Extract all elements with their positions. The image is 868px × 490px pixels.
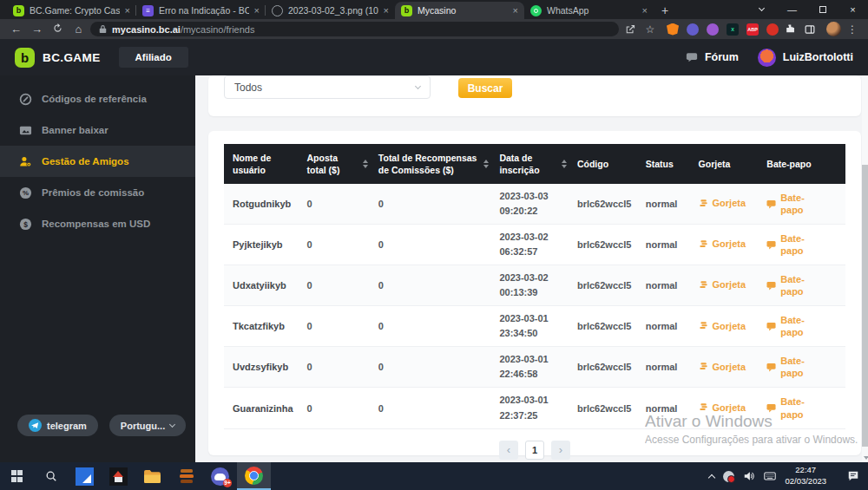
taskbar-clock[interactable]: 22:47 02/03/2023 xyxy=(785,465,826,487)
chat-label: Bate-papo xyxy=(780,314,810,339)
browser-tab-forum[interactable]: ≡ Erro na Indicação - BC.Game × xyxy=(136,2,266,19)
username-cell: Uvdzsyfikyb xyxy=(224,347,302,388)
share-icon[interactable] xyxy=(621,24,639,35)
tab-close-icon[interactable]: × xyxy=(254,5,260,16)
column-header[interactable]: Data de inscrição xyxy=(494,144,572,184)
search-icon xyxy=(45,470,57,482)
username-cell: Guaranizinha xyxy=(224,388,302,428)
user-avatar[interactable] xyxy=(758,49,776,67)
start-button[interactable] xyxy=(0,462,34,490)
taskbar-search-button[interactable] xyxy=(34,462,68,490)
tab-title: 2023-03-02_3.png (1024×76 xyxy=(288,5,378,16)
bet-total-cell: 0 xyxy=(302,306,373,347)
chat-cell: Bate-papo xyxy=(761,184,845,225)
address-bar[interactable]: mycasino.bc.ai/mycasino/friends xyxy=(90,22,619,36)
extension-blue-icon[interactable] xyxy=(687,23,699,36)
sidebar-item-banner-baixar[interactable]: Banner baixar xyxy=(0,114,195,146)
prev-page-button[interactable]: ‹ xyxy=(499,441,518,460)
adblock-icon[interactable]: ABP xyxy=(746,23,759,36)
chat-link[interactable]: Bate-papo xyxy=(766,355,810,380)
taskbar-app-blue[interactable] xyxy=(68,462,102,490)
taskbar-file-explorer[interactable] xyxy=(135,462,169,490)
chat-link[interactable]: Bate-papo xyxy=(766,273,810,298)
home-icon[interactable]: ⌂ xyxy=(69,23,88,36)
sort-icon[interactable] xyxy=(363,160,368,168)
taskbar-app-games[interactable]: 9+ xyxy=(203,462,237,490)
puzzle-extensions-icon[interactable] xyxy=(781,23,799,35)
keyboard-icon[interactable] xyxy=(764,470,776,482)
sort-icon[interactable] xyxy=(562,160,567,168)
current-page-button[interactable]: 1 xyxy=(525,441,544,460)
sidebar-item-codigos-referencia[interactable]: Códigos de referência xyxy=(0,83,195,114)
friends-table: Nome de usuárioAposta total ($)Total de … xyxy=(224,144,845,429)
taskbar-chrome-active[interactable] xyxy=(237,462,271,490)
next-page-button[interactable]: › xyxy=(551,441,570,460)
tray-app-icon[interactable] xyxy=(723,471,734,482)
volume-icon[interactable] xyxy=(743,470,755,482)
minimize-button[interactable]: — xyxy=(777,0,807,19)
extension-red-icon[interactable] xyxy=(766,23,779,36)
column-header-label: Data de inscrição xyxy=(499,152,556,176)
metamask-icon[interactable] xyxy=(667,23,679,36)
column-header[interactable]: Total de Recompensas de Comissões ($) xyxy=(373,144,495,184)
tip-link[interactable]: Gorjeta xyxy=(699,238,746,249)
sidebar-item-recompensas-usd[interactable]: $ Recompensas em USD xyxy=(0,208,195,239)
browser-menu-icon[interactable]: ⋮ xyxy=(844,23,861,36)
tab-close-icon[interactable]: × xyxy=(125,5,130,16)
main-content: Todos Buscar Nome de usuárioAposta total… xyxy=(195,75,868,462)
chat-link[interactable]: Bate-papo xyxy=(766,232,810,258)
tip-link[interactable]: Gorjeta xyxy=(699,402,746,413)
browser-profile-avatar[interactable] xyxy=(826,22,841,36)
telegram-icon xyxy=(29,419,42,432)
taskbar-app-layers[interactable] xyxy=(169,462,203,490)
sort-icon[interactable] xyxy=(483,160,489,168)
search-button[interactable]: Buscar xyxy=(458,78,512,98)
afiliado-nav-button[interactable]: Afiliado xyxy=(119,47,188,68)
column-header[interactable]: Aposta total ($) xyxy=(302,144,373,184)
chat-link[interactable]: Bate-papo xyxy=(766,192,810,217)
page-scrollbar[interactable] xyxy=(862,75,868,462)
tip-link[interactable]: Gorjeta xyxy=(699,321,746,331)
sidebar-item-premios-de-comissao[interactable]: % Prêmios de comissão xyxy=(0,177,195,208)
username-label[interactable]: LuizBortolotti xyxy=(783,51,853,63)
forward-icon[interactable]: → xyxy=(28,23,46,36)
tip-link[interactable]: Gorjeta xyxy=(699,362,746,372)
tab-close-icon[interactable]: × xyxy=(513,5,518,16)
scrollbar-down-arrow[interactable] xyxy=(864,456,868,460)
tab-close-icon[interactable]: × xyxy=(642,5,648,16)
browser-tab-whatsapp[interactable]: WhatsApp × xyxy=(524,2,654,19)
extension-x-icon[interactable]: X xyxy=(727,23,739,36)
bookmark-star-icon[interactable]: ☆ xyxy=(641,23,659,36)
column-header-label: Status xyxy=(646,158,674,170)
taskbar-app-dark[interactable] xyxy=(102,462,135,490)
telegram-button[interactable]: telegram xyxy=(17,415,98,436)
browser-tab-image[interactable]: 2023-03-02_3.png (1024×76 × xyxy=(266,2,395,19)
close-button[interactable]: × xyxy=(838,0,868,19)
tab-close-icon[interactable]: × xyxy=(384,5,389,16)
browser-tab-mycasino-active[interactable]: b Mycasino × xyxy=(395,2,524,19)
back-icon[interactable]: ← xyxy=(7,23,25,36)
sidebar-item-gestao-de-amigos[interactable]: Gestão de Amigos xyxy=(0,146,195,177)
extension-purple-icon[interactable] xyxy=(707,23,719,36)
action-center-icon[interactable] xyxy=(847,470,859,482)
brand-name[interactable]: BC.GAME xyxy=(43,51,101,64)
new-tab-button[interactable]: + xyxy=(654,2,676,19)
column-header-label: Bate-papo xyxy=(766,158,811,170)
browser-tab-bcgame[interactable]: b BC.Game: Crypto Casino Gan × xyxy=(7,2,136,19)
filter-select[interactable]: Todos xyxy=(224,75,431,99)
tip-link[interactable]: Gorjeta xyxy=(699,198,746,208)
reload-icon[interactable] xyxy=(49,23,67,36)
column-header-label: Código xyxy=(577,158,608,170)
bet-total-cell: 0 xyxy=(302,265,373,306)
bcgame-logo[interactable]: b xyxy=(15,48,35,68)
tip-link[interactable]: Gorjeta xyxy=(699,279,746,290)
tray-expand-chevron-icon[interactable] xyxy=(708,474,715,480)
chat-link[interactable]: Bate-papo xyxy=(766,314,810,339)
forum-link[interactable]: Fórum xyxy=(705,51,739,63)
language-selector[interactable]: Portugu... xyxy=(109,415,186,436)
site-header: b BC.GAME Afiliado Fórum LuizBortolotti xyxy=(0,39,868,75)
scrollbar-thumb[interactable] xyxy=(862,165,868,447)
maximize-button[interactable] xyxy=(807,0,838,19)
side-panel-icon[interactable] xyxy=(801,24,819,35)
tab-search-chevron-icon[interactable] xyxy=(746,0,777,19)
